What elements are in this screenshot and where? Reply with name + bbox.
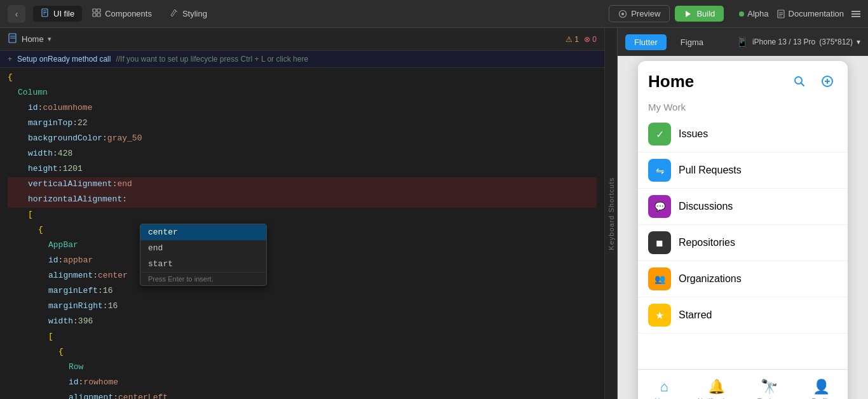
code-line: backgroundColor : gray_50 (8, 132, 597, 147)
issues-icon: ✓ (648, 123, 671, 145)
phone-preview-area: Home My Work ✓ (618, 56, 868, 399)
menu-item-issues[interactable]: ✓ Issues (638, 116, 848, 152)
code-line: { (8, 223, 597, 238)
home-icon (8, 33, 18, 45)
bottom-navigation: ⌂ Home 🔔 Notifications 🔭 Explore 👤 Profi… (638, 369, 848, 399)
tab-styling[interactable]: Styling (162, 6, 215, 22)
nav-notifications[interactable]: 🔔 Notifications (691, 374, 743, 399)
code-line: alignment : center (8, 269, 597, 284)
file-icon (41, 8, 50, 19)
starred-icon: ★ (648, 304, 671, 327)
notifications-nav-icon: 🔔 (708, 379, 725, 395)
code-line: marginRight : 16 (8, 299, 597, 314)
menu-item-repositories[interactable]: ◼ Repositories (638, 225, 848, 261)
device-label: iPhone 13 / 13 Pro (752, 37, 815, 46)
menu-item-organizations[interactable]: 👥 Organizations (638, 261, 848, 297)
setup-method: Setup onReady method call (17, 55, 111, 64)
documentation-label: Documentation (789, 9, 844, 18)
styling-icon (170, 8, 179, 19)
back-button[interactable]: ‹ (8, 5, 25, 23)
menu-item-starred[interactable]: ★ Starred (638, 297, 848, 334)
code-line: horizontalAlignment : (8, 193, 597, 208)
keyboard-shortcuts-label: Keyboard Shortcuts (607, 177, 615, 250)
alpha-badge: Alpha (739, 9, 768, 18)
code-line: id : columnhome (8, 101, 597, 116)
search-icon[interactable] (789, 71, 810, 91)
phone-title: Home (648, 72, 694, 91)
build-button[interactable]: Build (675, 6, 724, 22)
preview-button[interactable]: Preview (609, 5, 670, 22)
code-line: height : 1201 (8, 162, 597, 177)
breadcrumb-dropdown-icon[interactable]: ▾ (48, 35, 51, 43)
nav-explore[interactable]: 🔭 Explore (743, 374, 796, 399)
issues-label: Issues (679, 128, 708, 140)
phone-screen: Home My Work ✓ (638, 61, 848, 399)
home-nav-icon: ⌂ (660, 379, 668, 395)
code-content: { Column id : columnhome marginTop : 22 … (0, 68, 604, 399)
code-line: [ (8, 208, 597, 223)
device-selector[interactable]: 📱 iPhone 13 / 13 Pro (375*812) ▾ (736, 36, 860, 48)
autocomplete-item-center[interactable]: center (140, 224, 266, 240)
phone-header-icons (789, 71, 837, 91)
figma-button[interactable]: Figma (672, 34, 712, 50)
discussions-icon: 💬 (648, 195, 671, 218)
status-dot (739, 11, 744, 17)
preview-panel: Flutter Figma 📱 iPhone 13 / 13 Pro (375*… (617, 28, 868, 399)
hamburger-menu[interactable] (851, 11, 860, 17)
code-line: marginTop : 22 (8, 116, 597, 132)
code-line: width : 396 (8, 314, 597, 330)
nav-home[interactable]: ⌂ Home (638, 374, 691, 399)
alert-icons: ⚠ 1 ⊗ 0 (566, 35, 597, 44)
add-icon[interactable] (817, 71, 837, 91)
breadcrumb-bar: Home ▾ ⚠ 1 ⊗ 0 (0, 28, 604, 51)
code-line: [ (8, 330, 597, 345)
code-editor[interactable]: + Setup onReady method call //If you wan… (0, 51, 604, 399)
nav-profile[interactable]: 👤 Profile (796, 374, 848, 399)
chevron-down-icon: ▾ (857, 37, 860, 46)
breadcrumb[interactable]: Home ▾ (8, 33, 51, 45)
tab-ui-file[interactable]: UI file (33, 6, 82, 22)
topbar-right: Alpha Documentation (739, 9, 860, 18)
error-icon: ⊗ 0 (584, 35, 597, 44)
autocomplete-item-start[interactable]: start (140, 256, 266, 272)
tab-label: Styling (182, 9, 207, 18)
code-line: AppBar (8, 238, 597, 254)
code-line: { (8, 345, 597, 360)
discussions-label: Discussions (679, 201, 733, 212)
tab-components[interactable]: Components (85, 6, 159, 22)
alpha-label: Alpha (747, 9, 768, 18)
organizations-label: Organizations (679, 273, 742, 285)
warning-icon: ⚠ 1 (566, 35, 579, 44)
autocomplete-item-end[interactable]: end (140, 240, 266, 256)
build-label: Build (696, 9, 715, 18)
keyboard-shortcuts-panel[interactable]: Keyboard Shortcuts (604, 28, 617, 399)
repositories-icon: ◼ (648, 231, 671, 254)
menu-item-pull-requests[interactable]: ⇋ Pull Requests (638, 152, 848, 189)
organizations-icon: 👥 (648, 267, 671, 290)
section-label: My Work (638, 97, 848, 116)
code-line: Column (8, 86, 597, 101)
pull-requests-label: Pull Requests (679, 165, 742, 176)
svg-line-20 (801, 83, 804, 86)
topbar-actions: Preview Build (609, 5, 724, 22)
code-line: alignment : centerLeft (8, 391, 597, 399)
setup-line: + Setup onReady method call //If you wan… (0, 51, 604, 68)
svg-point-10 (621, 13, 624, 15)
breadcrumb-title: Home (22, 34, 44, 44)
menu-item-discussions[interactable]: 💬 Discussions (638, 189, 848, 225)
svg-marker-11 (686, 11, 691, 17)
flutter-button[interactable]: Flutter (625, 34, 667, 50)
svg-rect-4 (93, 9, 96, 12)
explore-nav-icon: 🔭 (761, 379, 778, 395)
code-line: { (8, 71, 597, 86)
tab-group: UI file Components Styling (33, 6, 215, 22)
device-icon: 📱 (736, 36, 749, 48)
setup-comment: //If you want to set up lifecycle press … (116, 55, 308, 64)
topbar: ‹ UI file Components Styling Preview (0, 0, 868, 28)
components-icon (92, 8, 101, 19)
main-content: Home ▾ ⚠ 1 ⊗ 0 + Setup onReady method ca… (0, 28, 868, 399)
documentation-button[interactable]: Documentation (776, 9, 844, 18)
tab-label: Components (105, 9, 152, 18)
autocomplete-dropdown: center end start Press Enter to insert. (140, 224, 267, 286)
menu-list: ✓ Issues ⇋ Pull Requests 💬 Discussions ◼… (638, 116, 848, 334)
